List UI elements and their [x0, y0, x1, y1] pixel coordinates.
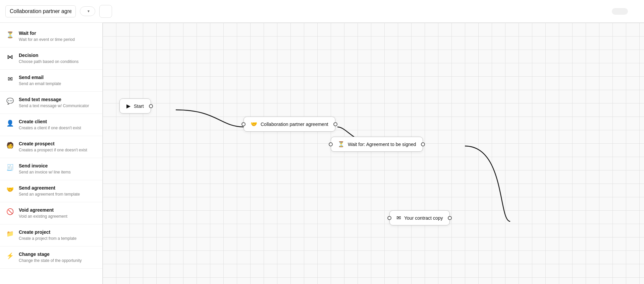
sidebar-item-desc: Send a text message w/ Communicator: [19, 103, 89, 109]
node-agreement[interactable]: 🤝 Collaboration partner agreement: [244, 117, 335, 132]
send-invoice-icon: 🧾: [6, 163, 14, 171]
node-contract[interactable]: ✉ Your contract copy: [389, 210, 450, 225]
status-dropdown[interactable]: ▼: [80, 6, 95, 16]
dot-left[interactable]: [241, 122, 246, 126]
publish-button[interactable]: [612, 8, 628, 15]
workflow-title-input[interactable]: [5, 5, 76, 17]
save-button[interactable]: [598, 9, 606, 14]
sidebar-item-title: Send invoice: [19, 163, 71, 169]
workflow-canvas[interactable]: ▶ Start 🤝 Collaboration partner agreemen…: [103, 23, 644, 284]
close-button[interactable]: [633, 10, 639, 13]
wait-for-icon: ⏳: [6, 31, 14, 39]
send-email-icon: ✉: [6, 75, 14, 83]
node-icon-start: ▶: [126, 103, 130, 109]
node-wait[interactable]: ⏳ Wait for: Agreement to be signed: [331, 137, 423, 152]
sidebar-item-title: Create client: [19, 119, 81, 125]
dot-left[interactable]: [387, 216, 391, 220]
dot-right[interactable]: [333, 122, 337, 126]
node-icon-wait: ⏳: [338, 141, 344, 147]
dot-right[interactable]: [448, 216, 452, 220]
chevron-down-icon: ▼: [87, 9, 90, 13]
sidebar-item-title: Send email: [19, 74, 61, 80]
sidebar-item-desc: Creates a prospect if one doesn't exist: [19, 147, 87, 153]
sidebar-item-create-prospect[interactable]: 🧑 Create prospect Creates a prospect if …: [0, 136, 102, 158]
sidebar-item-send-email[interactable]: ✉ Send email Send an email template: [0, 70, 102, 92]
create-prospect-icon: 🧑: [6, 141, 14, 149]
void-agreement-icon: 🚫: [6, 208, 14, 216]
sidebar-item-create-client[interactable]: 👤 Create client Creates a client if one …: [0, 114, 102, 136]
home-button[interactable]: [99, 5, 112, 18]
create-client-icon: 👤: [6, 119, 14, 127]
sidebar-item-desc: Change the state of the opportunity: [19, 258, 82, 264]
send-text-icon: 💬: [6, 97, 14, 105]
main-area: ⏳ Wait for Wait for an event or time per…: [0, 23, 644, 284]
connections-svg: [103, 23, 644, 284]
node-start[interactable]: ▶ Start: [119, 98, 151, 114]
sidebar-item-create-project[interactable]: 📁 Create project Create a project from a…: [0, 224, 102, 246]
sidebar-item-desc: Void an existing agreement: [19, 214, 67, 219]
change-stage-icon: ⚡: [6, 252, 14, 260]
node-label-agreement: Collaboration partner agreement: [261, 122, 328, 127]
sidebar-item-title: Wait for: [19, 30, 75, 36]
sidebar-item-desc: Create a project from a template: [19, 236, 76, 241]
sidebar-item-title: Decision: [19, 52, 78, 58]
dot-left[interactable]: [329, 142, 333, 146]
sidebar-item-void-agreement[interactable]: 🚫 Void agreement Void an existing agreem…: [0, 202, 102, 224]
node-icon-contract: ✉: [396, 215, 401, 221]
sidebar-item-title: Void agreement: [19, 207, 67, 213]
sidebar-item-decision[interactable]: ⋈ Decision Choose path based on conditio…: [0, 48, 102, 70]
decision-icon: ⋈: [6, 53, 14, 61]
node-label-wait: Wait for: Agreement to be signed: [348, 142, 416, 147]
node-label-start: Start: [134, 103, 144, 109]
node-label-contract: Your contract copy: [404, 215, 443, 221]
sidebar-item-title: Send agreement: [19, 185, 80, 191]
send-agreement-icon: 🤝: [6, 186, 14, 194]
dot-right[interactable]: [149, 104, 153, 108]
header: ▼: [0, 0, 644, 23]
dot-right[interactable]: [421, 142, 425, 146]
sidebar-item-title: Send text message: [19, 96, 89, 102]
sidebar-item-title: Create prospect: [19, 141, 87, 147]
sidebar-item-change-stage[interactable]: ⚡ Change stage Change the state of the o…: [0, 246, 102, 269]
sidebar-item-send-text[interactable]: 💬 Send text message Send a text message …: [0, 92, 102, 114]
node-icon-agreement: 🤝: [251, 121, 257, 127]
sidebar-item-desc: Send an email template: [19, 81, 61, 87]
create-project-icon: 📁: [6, 230, 14, 238]
sidebar-item-desc: Send an invoice w/ line items: [19, 169, 71, 175]
sidebar-item-title: Create project: [19, 229, 76, 235]
sidebar-item-desc: Choose path based on conditions: [19, 59, 78, 65]
sidebar-item-send-invoice[interactable]: 🧾 Send invoice Send an invoice w/ line i…: [0, 158, 102, 180]
sidebar-item-desc: Wait for an event or time period: [19, 37, 75, 43]
sidebar-item-send-agreement[interactable]: 🤝 Send agreement Send an agreement from …: [0, 180, 102, 202]
sidebar-item-title: Change stage: [19, 251, 82, 257]
sidebar-item-desc: Send an agreement from template: [19, 192, 80, 197]
header-right: [593, 8, 639, 15]
sidebar: ⏳ Wait for Wait for an event or time per…: [0, 23, 103, 284]
sidebar-item-desc: Creates a client if one doesn't exist: [19, 125, 81, 131]
sidebar-item-wait-for[interactable]: ⏳ Wait for Wait for an event or time per…: [0, 25, 102, 48]
